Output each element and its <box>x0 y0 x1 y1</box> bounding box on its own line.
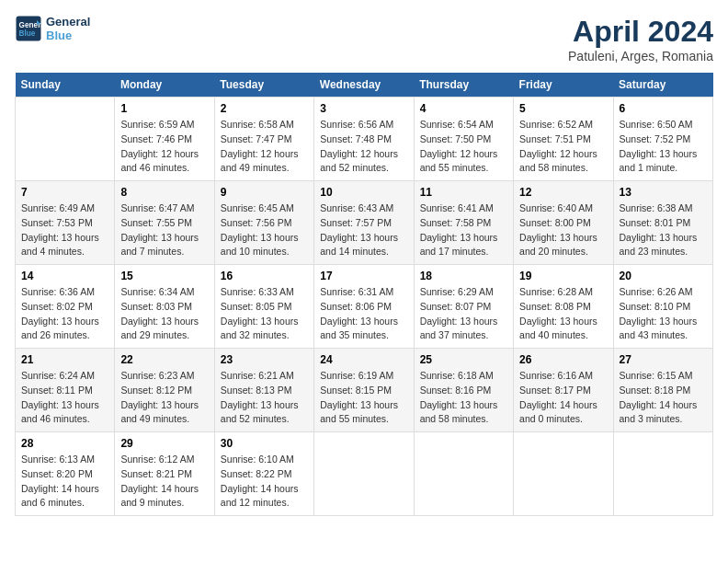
calendar-cell: 18Sunrise: 6:29 AM Sunset: 8:07 PM Dayli… <box>414 265 513 349</box>
day-number: 8 <box>120 186 208 199</box>
calendar-cell: 6Sunrise: 6:50 AM Sunset: 7:52 PM Daylig… <box>613 98 712 181</box>
page-title: April 2024 <box>568 15 713 49</box>
calendar-cell: 20Sunrise: 6:26 AM Sunset: 8:10 PM Dayli… <box>613 265 712 349</box>
svg-text:Blue: Blue <box>19 29 36 38</box>
calendar-cell <box>16 98 115 181</box>
calendar-cell: 13Sunrise: 6:38 AM Sunset: 8:01 PM Dayli… <box>613 181 712 265</box>
day-number: 22 <box>120 353 208 366</box>
day-info: Sunrise: 6:56 AM Sunset: 7:48 PM Dayligh… <box>320 118 407 176</box>
calendar-cell: 5Sunrise: 6:52 AM Sunset: 7:51 PM Daylig… <box>514 98 613 181</box>
day-number: 7 <box>21 186 108 199</box>
calendar-cell: 24Sunrise: 6:19 AM Sunset: 8:15 PM Dayli… <box>314 349 414 432</box>
calendar-cell: 12Sunrise: 6:40 AM Sunset: 8:00 PM Dayli… <box>514 181 613 265</box>
day-info: Sunrise: 6:19 AM Sunset: 8:15 PM Dayligh… <box>320 369 407 427</box>
day-info: Sunrise: 6:10 AM Sunset: 8:22 PM Dayligh… <box>221 453 308 511</box>
day-info: Sunrise: 6:13 AM Sunset: 8:20 PM Dayligh… <box>21 453 108 511</box>
weekday-header-wednesday: Wednesday <box>314 73 414 98</box>
day-info: Sunrise: 6:31 AM Sunset: 8:06 PM Dayligh… <box>320 285 407 343</box>
calendar-cell: 8Sunrise: 6:47 AM Sunset: 7:55 PM Daylig… <box>115 181 214 265</box>
weekday-header-friday: Friday <box>514 73 613 98</box>
day-number: 17 <box>320 270 407 282</box>
day-number: 14 <box>21 270 108 282</box>
calendar-cell: 29Sunrise: 6:12 AM Sunset: 8:21 PM Dayli… <box>115 432 214 516</box>
day-number: 21 <box>21 353 108 366</box>
calendar-cell: 26Sunrise: 6:16 AM Sunset: 8:17 PM Dayli… <box>514 349 613 432</box>
calendar-cell: 16Sunrise: 6:33 AM Sunset: 8:05 PM Dayli… <box>214 265 313 349</box>
day-info: Sunrise: 6:49 AM Sunset: 7:53 PM Dayligh… <box>21 201 108 259</box>
calendar-week-4: 28Sunrise: 6:13 AM Sunset: 8:20 PM Dayli… <box>16 432 713 516</box>
calendar-cell: 19Sunrise: 6:28 AM Sunset: 8:08 PM Dayli… <box>514 265 613 349</box>
day-number: 1 <box>120 102 208 115</box>
day-info: Sunrise: 6:12 AM Sunset: 8:21 PM Dayligh… <box>120 453 208 511</box>
day-info: Sunrise: 6:54 AM Sunset: 7:50 PM Dayligh… <box>420 118 507 176</box>
calendar-cell: 21Sunrise: 6:24 AM Sunset: 8:11 PM Dayli… <box>16 349 115 432</box>
calendar-cell <box>414 432 513 516</box>
calendar-cell: 14Sunrise: 6:36 AM Sunset: 8:02 PM Dayli… <box>16 265 115 349</box>
day-info: Sunrise: 6:45 AM Sunset: 7:56 PM Dayligh… <box>221 201 308 259</box>
calendar-cell: 1Sunrise: 6:59 AM Sunset: 7:46 PM Daylig… <box>115 98 214 181</box>
day-info: Sunrise: 6:16 AM Sunset: 8:17 PM Dayligh… <box>519 369 607 427</box>
logo-icon: General Blue <box>15 15 42 42</box>
day-number: 26 <box>519 353 607 366</box>
calendar-header-row: SundayMondayTuesdayWednesdayThursdayFrid… <box>16 73 713 98</box>
day-info: Sunrise: 6:29 AM Sunset: 8:07 PM Dayligh… <box>420 285 507 343</box>
calendar-cell: 7Sunrise: 6:49 AM Sunset: 7:53 PM Daylig… <box>16 181 115 265</box>
day-info: Sunrise: 6:47 AM Sunset: 7:55 PM Dayligh… <box>120 201 208 259</box>
day-number: 12 <box>519 186 607 199</box>
weekday-header-monday: Monday <box>115 73 214 98</box>
day-info: Sunrise: 6:40 AM Sunset: 8:00 PM Dayligh… <box>519 201 607 259</box>
day-number: 28 <box>21 437 108 450</box>
day-info: Sunrise: 6:15 AM Sunset: 8:18 PM Dayligh… <box>620 369 707 427</box>
calendar-cell: 25Sunrise: 6:18 AM Sunset: 8:16 PM Dayli… <box>414 349 513 432</box>
calendar-cell: 23Sunrise: 6:21 AM Sunset: 8:13 PM Dayli… <box>214 349 313 432</box>
day-number: 6 <box>620 102 707 115</box>
day-info: Sunrise: 6:26 AM Sunset: 8:10 PM Dayligh… <box>620 285 707 343</box>
day-number: 30 <box>221 437 308 450</box>
day-info: Sunrise: 6:34 AM Sunset: 8:03 PM Dayligh… <box>120 285 208 343</box>
weekday-header-sunday: Sunday <box>16 73 115 98</box>
day-info: Sunrise: 6:58 AM Sunset: 7:47 PM Dayligh… <box>221 118 308 176</box>
weekday-header-saturday: Saturday <box>613 73 712 98</box>
title-area: April 2024 Patuleni, Arges, Romania <box>568 15 713 63</box>
day-number: 16 <box>221 270 308 282</box>
day-number: 19 <box>519 270 607 282</box>
calendar-cell: 4Sunrise: 6:54 AM Sunset: 7:50 PM Daylig… <box>414 98 513 181</box>
day-number: 10 <box>320 186 407 199</box>
calendar-table: SundayMondayTuesdayWednesdayThursdayFrid… <box>15 73 713 516</box>
calendar-week-2: 14Sunrise: 6:36 AM Sunset: 8:02 PM Dayli… <box>16 265 713 349</box>
calendar-cell: 27Sunrise: 6:15 AM Sunset: 8:18 PM Dayli… <box>613 349 712 432</box>
svg-text:General: General <box>19 21 43 29</box>
day-number: 15 <box>120 270 208 282</box>
day-info: Sunrise: 6:24 AM Sunset: 8:11 PM Dayligh… <box>21 369 108 427</box>
calendar-body: 1Sunrise: 6:59 AM Sunset: 7:46 PM Daylig… <box>16 98 713 516</box>
subtitle: Patuleni, Arges, Romania <box>568 49 713 63</box>
calendar-cell: 11Sunrise: 6:41 AM Sunset: 7:58 PM Dayli… <box>414 181 513 265</box>
day-number: 29 <box>120 437 208 450</box>
day-info: Sunrise: 6:36 AM Sunset: 8:02 PM Dayligh… <box>21 285 108 343</box>
day-info: Sunrise: 6:23 AM Sunset: 8:12 PM Dayligh… <box>120 369 208 427</box>
day-info: Sunrise: 6:28 AM Sunset: 8:08 PM Dayligh… <box>519 285 607 343</box>
calendar-cell <box>514 432 613 516</box>
day-info: Sunrise: 6:21 AM Sunset: 8:13 PM Dayligh… <box>221 369 308 427</box>
calendar-cell: 2Sunrise: 6:58 AM Sunset: 7:47 PM Daylig… <box>214 98 313 181</box>
calendar-cell <box>314 432 414 516</box>
day-number: 13 <box>620 186 707 199</box>
day-number: 11 <box>420 186 507 199</box>
day-info: Sunrise: 6:38 AM Sunset: 8:01 PM Dayligh… <box>620 201 707 259</box>
day-number: 3 <box>320 102 407 115</box>
calendar-cell: 9Sunrise: 6:45 AM Sunset: 7:56 PM Daylig… <box>214 181 313 265</box>
logo: General Blue General Blue <box>15 15 90 42</box>
calendar-cell: 3Sunrise: 6:56 AM Sunset: 7:48 PM Daylig… <box>314 98 414 181</box>
day-number: 25 <box>420 353 507 366</box>
day-info: Sunrise: 6:59 AM Sunset: 7:46 PM Dayligh… <box>120 118 208 176</box>
day-info: Sunrise: 6:52 AM Sunset: 7:51 PM Dayligh… <box>519 118 607 176</box>
day-info: Sunrise: 6:41 AM Sunset: 7:58 PM Dayligh… <box>420 201 507 259</box>
calendar-cell <box>613 432 712 516</box>
calendar-cell: 10Sunrise: 6:43 AM Sunset: 7:57 PM Dayli… <box>314 181 414 265</box>
day-number: 18 <box>420 270 507 282</box>
day-number: 20 <box>620 270 707 282</box>
calendar-week-3: 21Sunrise: 6:24 AM Sunset: 8:11 PM Dayli… <box>16 349 713 432</box>
day-number: 5 <box>519 102 607 115</box>
calendar-cell: 28Sunrise: 6:13 AM Sunset: 8:20 PM Dayli… <box>16 432 115 516</box>
logo-line1: General <box>46 15 90 29</box>
